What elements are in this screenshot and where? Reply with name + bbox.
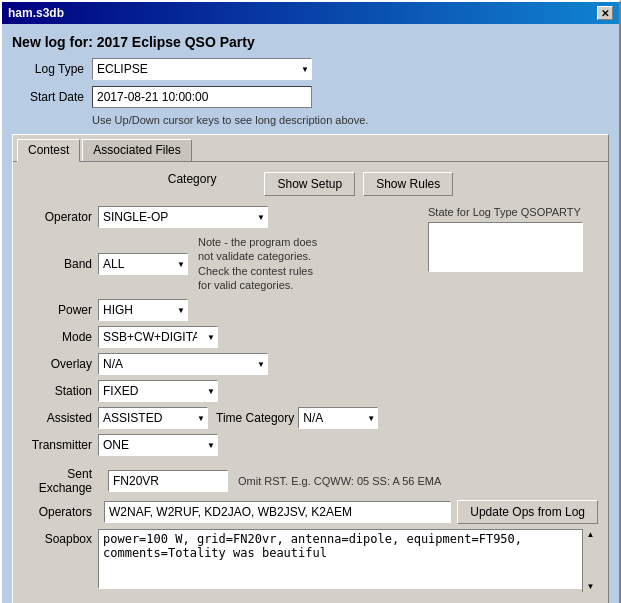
tab-bar: Contest Associated Files bbox=[13, 135, 608, 162]
time-category-label: Time Category bbox=[216, 411, 294, 425]
start-date-row: Start Date bbox=[12, 86, 609, 108]
transmitter-row: Transmitter ONE bbox=[23, 434, 418, 456]
main-content: New log for: 2017 Eclipse QSO Party Log … bbox=[2, 24, 619, 603]
station-row: Station FIXED bbox=[23, 380, 418, 402]
state-for-log-label: State for Log Type QSOPARTY bbox=[428, 206, 598, 218]
mode-label: Mode bbox=[23, 330, 98, 344]
time-category-wrapper: N/A bbox=[298, 407, 378, 429]
assisted-wrapper: ASSISTED bbox=[98, 407, 208, 429]
page-title: New log for: 2017 Eclipse QSO Party bbox=[12, 34, 609, 50]
tab-contest-content: Category Show Setup Show Rules Operator bbox=[13, 162, 608, 603]
power-wrapper: HIGH bbox=[98, 299, 188, 321]
state-box bbox=[428, 222, 583, 272]
operator-row: Operator SINGLE-OP bbox=[23, 206, 418, 228]
log-type-label: Log Type bbox=[12, 62, 92, 76]
operators-label: Operators bbox=[23, 505, 98, 519]
assisted-label: Assisted bbox=[23, 411, 98, 425]
operators-input[interactable] bbox=[104, 501, 451, 523]
band-wrapper: ALL bbox=[98, 253, 188, 275]
two-col-layout: Operator SINGLE-OP Band bbox=[23, 206, 598, 461]
title-bar: ham.s3db ✕ bbox=[2, 2, 619, 24]
time-category-select[interactable]: N/A bbox=[298, 407, 378, 429]
scroll-down[interactable]: ▼ bbox=[587, 582, 595, 591]
band-label: Band bbox=[23, 257, 98, 271]
scroll-up[interactable]: ▲ bbox=[587, 530, 595, 539]
left-column: Operator SINGLE-OP Band bbox=[23, 206, 418, 461]
assisted-select[interactable]: ASSISTED bbox=[98, 407, 208, 429]
hint-text: Use Up/Down cursor keys to see long desc… bbox=[92, 114, 609, 126]
tab-contest[interactable]: Contest bbox=[17, 139, 80, 162]
band-row: Band ALL Note - the program does not val… bbox=[23, 233, 418, 294]
mode-row: Mode SSB+CW+DIGITAL bbox=[23, 326, 418, 348]
right-column: State for Log Type QSOPARTY bbox=[428, 206, 598, 461]
show-rules-button[interactable]: Show Rules bbox=[363, 172, 453, 196]
main-window: ham.s3db ✕ New log for: 2017 Eclipse QSO… bbox=[0, 0, 621, 603]
assisted-row: Assisted ASSISTED Time Category N/A bbox=[23, 407, 418, 429]
mode-select[interactable]: SSB+CW+DIGITAL bbox=[98, 326, 218, 348]
update-ops-button[interactable]: Update Ops from Log bbox=[457, 500, 598, 524]
station-select[interactable]: FIXED bbox=[98, 380, 218, 402]
mode-wrapper: SSB+CW+DIGITAL bbox=[98, 326, 218, 348]
operator-label: Operator bbox=[23, 210, 98, 224]
operator-select[interactable]: SINGLE-OP bbox=[98, 206, 268, 228]
soapbox-row: Soapbox ▲ ▼ bbox=[23, 529, 598, 592]
station-wrapper: FIXED bbox=[98, 380, 218, 402]
sent-exchange-input[interactable] bbox=[108, 470, 228, 492]
start-date-label: Start Date bbox=[12, 90, 92, 104]
tab-toolbar: Category Show Setup Show Rules bbox=[23, 172, 598, 196]
soapbox-textarea[interactable] bbox=[98, 529, 598, 589]
transmitter-label: Transmitter bbox=[23, 438, 98, 452]
overlay-select[interactable]: N/A bbox=[98, 353, 268, 375]
omit-text: Omit RST. E.g. CQWW: 05 SS: A 56 EMA bbox=[238, 475, 441, 487]
start-date-input[interactable] bbox=[92, 86, 312, 108]
operators-row: Operators Update Ops from Log bbox=[23, 500, 598, 524]
log-type-select[interactable]: ECLIPSE bbox=[92, 58, 312, 80]
note-text: Note - the program does not validate cat… bbox=[196, 233, 326, 294]
window-title: ham.s3db bbox=[8, 6, 64, 20]
show-setup-button[interactable]: Show Setup bbox=[264, 172, 355, 196]
transmitter-select[interactable]: ONE bbox=[98, 434, 218, 456]
overlay-wrapper: N/A bbox=[98, 353, 268, 375]
sent-exchange-label: Sent Exchange bbox=[23, 467, 98, 495]
operator-wrapper: SINGLE-OP bbox=[98, 206, 268, 228]
station-label: Station bbox=[23, 384, 98, 398]
tab-container: Contest Associated Files Category Show S… bbox=[12, 134, 609, 603]
power-select[interactable]: HIGH bbox=[98, 299, 188, 321]
transmitter-wrapper: ONE bbox=[98, 434, 218, 456]
category-heading: Category bbox=[168, 172, 217, 196]
power-row: Power HIGH bbox=[23, 299, 418, 321]
overlay-label: Overlay bbox=[23, 357, 98, 371]
sent-exchange-row: Sent Exchange Omit RST. E.g. CQWW: 05 SS… bbox=[23, 467, 598, 495]
scrollbar: ▲ ▼ bbox=[582, 529, 598, 592]
close-button[interactable]: ✕ bbox=[597, 6, 613, 20]
power-label: Power bbox=[23, 303, 98, 317]
log-type-row: Log Type ECLIPSE bbox=[12, 58, 609, 80]
log-type-wrapper: ECLIPSE bbox=[92, 58, 312, 80]
soapbox-label: Soapbox bbox=[23, 529, 98, 546]
overlay-row: Overlay N/A bbox=[23, 353, 418, 375]
tab-associated-files[interactable]: Associated Files bbox=[82, 139, 191, 161]
band-select[interactable]: ALL bbox=[98, 253, 188, 275]
soapbox-wrapper: ▲ ▼ bbox=[98, 529, 598, 592]
